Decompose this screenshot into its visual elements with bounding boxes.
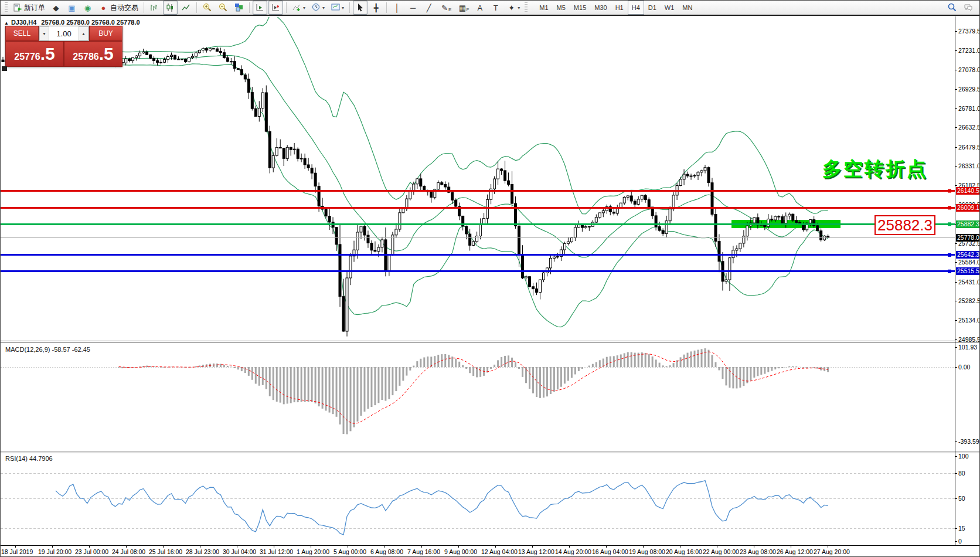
volume-decrease-button[interactable]: ▼ xyxy=(39,26,49,40)
svg-text:101.93: 101.93 xyxy=(958,344,977,351)
zoom-out-button[interactable] xyxy=(216,1,230,15)
rsi-indicator-label: RSI(14) 44.7906 xyxy=(5,455,53,462)
chart-canvas[interactable]: 27379.527231.027078.026929.526781.026632… xyxy=(1,1,980,557)
volume-input[interactable]: 1.00 xyxy=(49,26,79,40)
svg-text:24985.5: 24985.5 xyxy=(958,336,980,343)
timeframe-h1[interactable]: H1 xyxy=(611,1,628,15)
vertical-line-button[interactable]: │ xyxy=(390,1,404,15)
svg-text:7 Aug 16:00: 7 Aug 16:00 xyxy=(407,548,440,555)
toolbar-separator xyxy=(196,2,197,13)
zoom-in-icon xyxy=(202,3,212,13)
text-icon: A xyxy=(475,3,485,13)
one-click-collapse-tab[interactable] xyxy=(2,66,7,71)
toolbar-separator xyxy=(349,2,350,13)
svg-text:5 Aug 00:00: 5 Aug 00:00 xyxy=(334,548,366,555)
sell-price-main: 25776 xyxy=(14,52,40,62)
trendline-button[interactable]: ╱ xyxy=(421,1,436,15)
candlestick-chart-type-button[interactable] xyxy=(163,1,178,15)
buy-price-frac: .5 xyxy=(99,45,114,63)
new-order-button-label: 新订单 xyxy=(24,3,45,13)
line-chart-type-button[interactable] xyxy=(179,1,193,15)
ohlc-values: 25768.0 25780.0 25768.0 25778.0 xyxy=(41,19,139,26)
auto-scroll-button[interactable] xyxy=(253,1,267,15)
tile-windows-button[interactable] xyxy=(232,1,246,15)
cursor-icon xyxy=(355,3,365,13)
svg-text:16 Aug 04:00: 16 Aug 04:00 xyxy=(592,548,628,555)
timeframe-m5[interactable]: M5 xyxy=(553,1,570,15)
timeframe-d1[interactable]: D1 xyxy=(644,1,661,15)
timeframe-m1[interactable]: M1 xyxy=(535,1,552,15)
timeframe-m30[interactable]: M30 xyxy=(590,1,611,15)
svg-text:27231.0: 27231.0 xyxy=(958,47,980,54)
periods-button-dropdown-icon[interactable]: ▾ xyxy=(322,5,325,11)
price-level-badge[interactable]: 26009.1 xyxy=(956,204,980,212)
vertical-line-icon: │ xyxy=(392,3,402,13)
timeframe-mn[interactable]: MN xyxy=(678,1,696,15)
chat-icon[interactable] xyxy=(961,1,975,15)
terminal-icon[interactable]: ▣ xyxy=(64,1,79,15)
indicators-button-dropdown-icon[interactable]: ▾ xyxy=(303,5,305,11)
svg-text:25431.0: 25431.0 xyxy=(958,278,980,286)
autotrading-icon: ● xyxy=(98,3,108,13)
svg-text:20 Aug 16:00: 20 Aug 16:00 xyxy=(666,548,702,555)
svg-text:26 Aug 12:00: 26 Aug 12:00 xyxy=(777,548,813,555)
price-level-badge[interactable]: 25778.0 xyxy=(956,234,980,242)
sell-price-frac: .5 xyxy=(40,45,55,63)
toolbar-grip[interactable] xyxy=(5,2,8,13)
horizontal-line-button[interactable]: ─ xyxy=(406,1,420,15)
autotrading-button[interactable]: ●自动交易 xyxy=(96,1,141,15)
text-button[interactable]: A xyxy=(472,1,487,15)
templates-icon xyxy=(331,3,341,13)
arrows-button-dropdown-icon[interactable]: ▾ xyxy=(518,5,520,11)
buy-price-main: 25786 xyxy=(73,52,99,62)
symbol-period-label: DJ30,H4 xyxy=(11,19,36,26)
svg-text:26929.5: 26929.5 xyxy=(958,86,980,93)
periods-button[interactable]: ▾ xyxy=(309,1,327,15)
sell-button[interactable]: SELL xyxy=(5,26,39,41)
buy-price-button[interactable]: 25786.5 xyxy=(64,41,122,67)
arrows-button[interactable]: ✦▾ xyxy=(504,1,522,15)
price-level-badge[interactable]: 25882.3 xyxy=(956,220,980,228)
indicators-button[interactable]: ▾ xyxy=(290,1,308,15)
search-icon[interactable] xyxy=(945,1,959,15)
channel-button-sub: E xyxy=(448,7,451,12)
auto-scroll-icon xyxy=(255,3,265,13)
chart-shift-icon xyxy=(271,3,281,13)
toolbar-grip-timeframes[interactable] xyxy=(525,2,528,13)
crosshair-button[interactable]: ╋ xyxy=(369,1,383,15)
channel-button[interactable]: ✎E xyxy=(437,1,454,15)
bar-chart-type-button[interactable] xyxy=(147,1,162,15)
price-level-badge[interactable]: 26140.5 xyxy=(956,187,980,195)
svg-text:26479.5: 26479.5 xyxy=(958,144,980,151)
fibonacci-button[interactable]: ▦F xyxy=(455,1,471,15)
templates-button[interactable]: ▾ xyxy=(328,1,346,15)
sell-price-button[interactable]: 25776.5 xyxy=(5,41,64,67)
price-level-badge[interactable]: 25515.5 xyxy=(956,267,980,275)
chart-shift-button[interactable] xyxy=(268,1,283,15)
price-annotation[interactable]: 25882.3 xyxy=(874,215,935,235)
timeframe-h4[interactable]: H4 xyxy=(628,1,644,15)
zoom-out-icon xyxy=(218,3,228,13)
collapse-ohlc-icon[interactable]: ▲ xyxy=(4,21,9,26)
zoom-in-button[interactable] xyxy=(200,1,215,15)
volume-increase-button[interactable]: ▲ xyxy=(79,26,89,40)
price-level-badge[interactable]: 25642.3 xyxy=(956,251,980,259)
timeframe-m15[interactable]: M15 xyxy=(570,1,590,15)
profiles-icon[interactable]: ◆ xyxy=(49,1,63,15)
templates-button-dropdown-icon[interactable]: ▾ xyxy=(342,5,344,11)
svg-text:24 Jul 08:00: 24 Jul 08:00 xyxy=(112,548,145,555)
new-order-button[interactable]: 新订单 xyxy=(10,1,47,15)
text-label-button[interactable]: T xyxy=(488,1,503,15)
toolbar-separator xyxy=(286,2,287,13)
svg-text:25584.0: 25584.0 xyxy=(958,259,980,266)
strategy-tester-icon[interactable]: ◉ xyxy=(80,1,95,15)
svg-text:12 Aug 04:00: 12 Aug 04:00 xyxy=(481,548,518,555)
svg-text:9 Aug 00:00: 9 Aug 00:00 xyxy=(444,548,477,555)
indicators-icon xyxy=(292,3,302,13)
profiles-icon-icon: ◆ xyxy=(51,3,61,13)
svg-text:25282.5: 25282.5 xyxy=(958,297,980,304)
buy-button[interactable]: BUY xyxy=(89,26,122,41)
timeframe-w1[interactable]: W1 xyxy=(661,1,679,15)
cursor-button[interactable] xyxy=(353,1,368,15)
toolbar-separator xyxy=(249,2,250,13)
